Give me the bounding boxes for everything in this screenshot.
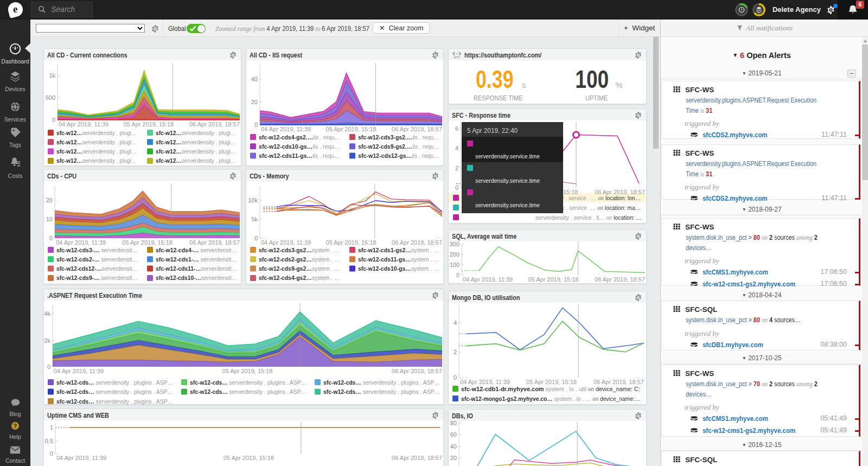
svg-text:sfc-w12-cds11-gs…iis . requ…: sfc-w12-cds11-gs…iis . requ… bbox=[259, 152, 340, 159]
svg-text:sfc-w12…serverdensity . plugi…: sfc-w12…serverdensity . plugi… bbox=[156, 157, 236, 164]
svg-text:0: 0 bbox=[254, 122, 258, 128]
svg-text:sfc-w12-cds11-…serverdensit…: sfc-w12-cds11-…serverdensit… bbox=[156, 265, 237, 272]
svg-text:06 Apr 2019, 18:57: 06 Apr 2019, 18:57 bbox=[392, 455, 442, 461]
svg-text:05 Apr 2019, 15:18: 05 Apr 2019, 15:18 bbox=[526, 379, 577, 385]
svg-text:5k: 5k bbox=[251, 216, 258, 222]
svg-text:40: 40 bbox=[251, 76, 258, 82]
svg-text:sfc-w12-cds9-… serverdensit…: sfc-w12-cds9-… serverdensit… bbox=[56, 275, 138, 281]
svg-text:500: 500 bbox=[46, 94, 55, 101]
svg-text:sfc-w12…serverdensity . plugi…: sfc-w12…serverdensity . plugi… bbox=[56, 157, 137, 164]
svg-text:sfc-w12-cds… serverdensity . p: sfc-w12-cds… serverdensity . plugins . A… bbox=[323, 379, 440, 386]
svg-text:20: 20 bbox=[251, 99, 258, 105]
svg-text:20: 20 bbox=[46, 197, 53, 203]
svg-text:serverdensity . service . ti…: serverdensity . service . ti… on locatio… bbox=[535, 214, 642, 221]
svg-text:05 Apr 2019, 15:18: 05 Apr 2019, 15:18 bbox=[222, 368, 273, 374]
svg-text:04 Apr 2019, 11:39: 04 Apr 2019, 11:39 bbox=[460, 379, 510, 385]
svg-text:4k: 4k bbox=[44, 310, 50, 317]
svg-text:10k: 10k bbox=[248, 197, 258, 203]
svg-text:05 Apr 2019, 15:18: 05 Apr 2019, 15:18 bbox=[122, 239, 173, 246]
svg-text:80: 80 bbox=[450, 421, 457, 426]
svg-text:1: 1 bbox=[50, 424, 53, 431]
svg-text:serverdensity.service.time: serverdensity.service.time bbox=[475, 153, 540, 159]
svg-text:4: 4 bbox=[454, 320, 457, 326]
svg-text:0: 0 bbox=[52, 117, 55, 123]
svg-text:05 Apr 2019, 15:18: 05 Apr 2019, 15:18 bbox=[124, 121, 174, 127]
svg-text:4: 4 bbox=[455, 145, 458, 151]
svg-text:0: 0 bbox=[456, 272, 459, 278]
svg-text:sfc-w12-cds3-gs2.…iis . requ…: sfc-w12-cds3-gs2.…iis . requ… bbox=[358, 134, 439, 141]
svg-text:sfc-w12-cdb1-dr.myhyve.com sy: sfc-w12-cdb1-dr.myhyve.com system . io .… bbox=[461, 386, 640, 392]
svg-text:40: 40 bbox=[450, 443, 457, 450]
svg-text:sfc-w12-cds10-gs…system . …: sfc-w12-cds10-gs…system . … bbox=[358, 265, 439, 272]
svg-text:sfc-w12-cds1-… serverdensit…: sfc-w12-cds1-… serverdensit… bbox=[156, 256, 237, 263]
svg-text:sfc-w12…serverdensity . plugi…: sfc-w12…serverdensity . plugi… bbox=[156, 148, 236, 155]
svg-text:sfc-w12…serverdensity . plugi…: sfc-w12…serverdensity . plugi… bbox=[56, 139, 137, 145]
svg-text:sfc-w12-cds3-gs2…system . …: sfc-w12-cds3-gs2…system . … bbox=[259, 247, 340, 253]
svg-text:05 Apr 2019, 15:18: 05 Apr 2019, 15:18 bbox=[326, 126, 376, 132]
svg-text:300: 300 bbox=[450, 241, 459, 247]
svg-text:1k: 1k bbox=[49, 72, 55, 79]
svg-text:sfc-w12-cds12-…serverdensit…: sfc-w12-cds12-…serverdensit… bbox=[56, 265, 138, 272]
svg-text:sfc-w12-cds2-… serverdensit…: sfc-w12-cds2-… serverdensit… bbox=[56, 256, 138, 263]
svg-text:04 Apr 2019, 11:39: 04 Apr 2019, 11:39 bbox=[261, 126, 311, 132]
svg-text:sfc-w12-cds9-gs2…system . …: sfc-w12-cds9-gs2…system . … bbox=[259, 265, 340, 272]
svg-text:2: 2 bbox=[454, 349, 457, 355]
svg-text:sfc-w12-cds11-gs…system . …: sfc-w12-cds11-gs…system . … bbox=[358, 256, 439, 263]
svg-text:5 Apr 2019, 22:40: 5 Apr 2019, 22:40 bbox=[467, 126, 518, 135]
svg-text:06 Apr 2019, 18:57: 06 Apr 2019, 18:57 bbox=[392, 126, 442, 132]
svg-text:0: 0 bbox=[254, 235, 258, 241]
svg-text:06 Apr 2019, 18:57: 06 Apr 2019, 18:57 bbox=[595, 276, 645, 283]
svg-text:20: 20 bbox=[450, 455, 457, 461]
svg-text:sfc-w12-cds… serverdensity . p: sfc-w12-cds… serverdensity . plugins . A… bbox=[56, 388, 173, 395]
svg-text:serverdensity.service.time: serverdensity.service.time bbox=[475, 202, 540, 208]
svg-text:100: 100 bbox=[450, 261, 459, 268]
svg-text:serverdensity.service.time: serverdensity.service.time bbox=[475, 177, 540, 184]
svg-text:sfc-w12-cds… serverdensity . p: sfc-w12-cds… serverdensity . plugins . A… bbox=[190, 388, 307, 395]
svg-text:04 Apr 2019, 11:39: 04 Apr 2019, 11:39 bbox=[56, 455, 106, 461]
svg-text:sfc-w12…serverdensity . plugi…: sfc-w12…serverdensity . plugi… bbox=[156, 139, 236, 145]
svg-text:2k: 2k bbox=[44, 337, 50, 344]
svg-text:sfc-w12-cds1-gs2…system . …: sfc-w12-cds1-gs2…system . … bbox=[358, 247, 439, 253]
svg-text:0: 0 bbox=[454, 374, 457, 381]
svg-text:05 Apr 2019, 15:18: 05 Apr 2019, 15:18 bbox=[326, 239, 376, 246]
svg-text:sfc-w12-cds12-gs…iis . requ…: sfc-w12-cds12-gs…iis . requ… bbox=[358, 152, 439, 159]
svg-text:sfc-w12-mongo1-gs2.myhyve.co…: sfc-w12-mongo1-gs2.myhyve.co… system . i… bbox=[461, 395, 640, 402]
svg-text:0.5: 0.5 bbox=[45, 438, 53, 444]
svg-text:sfc-w12-cds10-…serverdensit…: sfc-w12-cds10-…serverdensit… bbox=[156, 275, 237, 281]
svg-text:200: 200 bbox=[450, 251, 459, 258]
svg-text:sfc-w12…serverdensity . plugi…: sfc-w12…serverdensity . plugi… bbox=[56, 130, 137, 136]
svg-text:sfc-w12-cds9-gs2.…iis . requ…: sfc-w12-cds9-gs2.…iis . requ… bbox=[358, 143, 439, 150]
svg-text:04 Apr 2019, 11:39: 04 Apr 2019, 11:39 bbox=[54, 368, 104, 374]
svg-text:06 Apr 2019, 18:57: 06 Apr 2019, 18:57 bbox=[593, 379, 644, 385]
svg-text:sfc-w12-cds… serverdensity . p: sfc-w12-cds… serverdensity . plugins . A… bbox=[190, 379, 307, 386]
svg-text:sfc-w12-cds4-… serverdensit…: sfc-w12-cds4-… serverdensit… bbox=[156, 247, 237, 253]
svg-text:sfc-w12-cds… serverdensity . p: sfc-w12-cds… serverdensity . plugins . A… bbox=[56, 398, 173, 405]
svg-text:06 Apr 2019, 18:57: 06 Apr 2019, 18:57 bbox=[189, 121, 240, 127]
svg-text:06 Apr 2019, 18:57: 06 Apr 2019, 18:57 bbox=[595, 189, 645, 195]
svg-text:60: 60 bbox=[450, 431, 457, 438]
svg-text:0: 0 bbox=[49, 235, 53, 241]
svg-text:10: 10 bbox=[46, 216, 53, 222]
svg-text:05 Apr 2019, 15:18: 05 Apr 2019, 15:18 bbox=[224, 455, 274, 461]
svg-text:?: ? bbox=[14, 423, 17, 429]
svg-text:0: 0 bbox=[455, 184, 458, 191]
svg-text:04 Apr 2019, 11:39: 04 Apr 2019, 11:39 bbox=[56, 239, 106, 246]
svg-text:04 Apr 2019, 11:39: 04 Apr 2019, 11:39 bbox=[59, 121, 108, 127]
svg-text:sfc-w12-cds2-gs2…system . …: sfc-w12-cds2-gs2…system . … bbox=[259, 256, 340, 263]
svg-text:06 Apr 2019, 18:57: 06 Apr 2019, 18:57 bbox=[392, 239, 442, 246]
svg-text:06 Apr 2019, 18:57: 06 Apr 2019, 18:57 bbox=[189, 239, 240, 246]
svg-text:0: 0 bbox=[47, 363, 50, 370]
svg-text:sfc-w12-cds… serverdensity . p: sfc-w12-cds… serverdensity . plugins . A… bbox=[323, 388, 440, 395]
svg-text:05 Apr 2019, 15:18: 05 Apr 2019, 15:18 bbox=[528, 276, 579, 283]
svg-text:sfc-w12-cds10-gs…iis . requ…: sfc-w12-cds10-gs…iis . requ… bbox=[259, 143, 340, 150]
svg-text:6: 6 bbox=[455, 125, 458, 132]
svg-text:06 Apr 2019, 18:57: 06 Apr 2019, 18:57 bbox=[392, 368, 442, 374]
svg-text:sfc-w12-cds… serverdensity . p: sfc-w12-cds… serverdensity . plugins . A… bbox=[56, 379, 173, 386]
svg-text:sfc-w12-cds4-gs2…system . …: sfc-w12-cds4-gs2…system . … bbox=[259, 275, 340, 281]
svg-text:0: 0 bbox=[50, 450, 53, 457]
svg-text:sfc-w12-cds3-… serverdensit…: sfc-w12-cds3-… serverdensit… bbox=[56, 247, 138, 253]
svg-text:HTTP: HTTP bbox=[454, 56, 460, 59]
svg-text:sfc-w12-cds4-gs2.…iis . requ…: sfc-w12-cds4-gs2.…iis . requ… bbox=[259, 134, 340, 141]
svg-text:2: 2 bbox=[455, 165, 458, 171]
svg-text:04 Apr 2019, 11:39: 04 Apr 2019, 11:39 bbox=[261, 239, 311, 246]
